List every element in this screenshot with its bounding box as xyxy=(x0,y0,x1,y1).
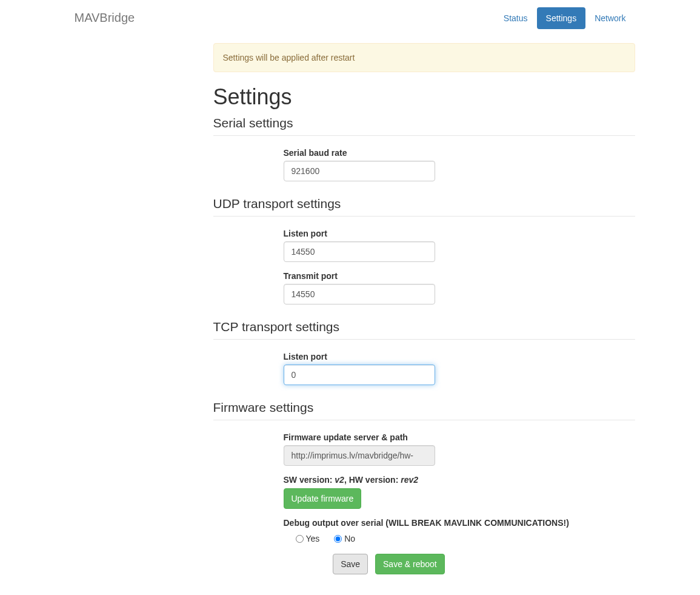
nav-settings[interactable]: Settings xyxy=(537,7,586,29)
nav-status[interactable]: Status xyxy=(495,7,537,29)
save-button[interactable]: Save xyxy=(333,554,368,574)
alert-banner: Settings will be applied after restart xyxy=(213,43,635,72)
udp-transmit-label: Transmit port xyxy=(284,271,635,281)
udp-listen-input[interactable] xyxy=(284,241,435,262)
tcp-listen-input[interactable] xyxy=(284,365,435,385)
serial-legend: Serial settings xyxy=(213,116,635,136)
tcp-listen-label: Listen port xyxy=(284,352,635,361)
brand-title: MAVBridge xyxy=(65,5,144,31)
firmware-server-label: Firmware update server & path xyxy=(284,432,635,442)
debug-yes-label[interactable]: Yes xyxy=(296,534,320,543)
debug-yes-radio[interactable] xyxy=(296,535,304,543)
firmware-server-input xyxy=(284,445,435,466)
debug-no-label[interactable]: No xyxy=(334,534,355,543)
udp-transmit-input[interactable] xyxy=(284,284,435,304)
nav-network[interactable]: Network xyxy=(585,7,635,29)
update-firmware-button[interactable]: Update firmware xyxy=(284,488,362,509)
udp-legend: UDP transport settings xyxy=(213,197,635,217)
udp-listen-label: Listen port xyxy=(284,229,635,238)
page-title: Settings xyxy=(213,84,635,110)
version-info: SW version: v2, HW version: rev2 xyxy=(284,475,635,485)
serial-baud-label: Serial baud rate xyxy=(284,148,635,158)
debug-no-radio[interactable] xyxy=(334,535,342,543)
save-reboot-button[interactable]: Save & reboot xyxy=(375,554,445,574)
debug-label: Debug output over serial (WILL BREAK MAV… xyxy=(284,518,635,528)
serial-baud-input[interactable] xyxy=(284,161,435,181)
firmware-legend: Firmware settings xyxy=(213,400,635,420)
tcp-legend: TCP transport settings xyxy=(213,320,635,340)
